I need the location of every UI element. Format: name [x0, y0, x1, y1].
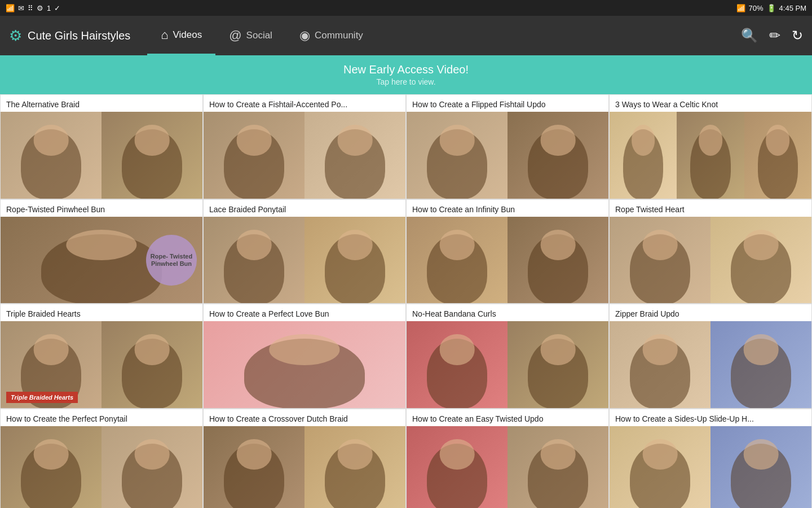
- thumbnail-placeholder: [407, 217, 508, 304]
- grid-item[interactable]: Rope-Twisted Pinwheel BunRope- Twisted P…: [0, 199, 203, 304]
- face-silhouette: [337, 125, 373, 155]
- thumbnail-placeholder: [1, 426, 102, 508]
- grid-item[interactable]: How to Create a Perfect Love Bun: [203, 304, 406, 409]
- thumbnail-placeholder: [407, 426, 508, 508]
- thumbnail-placeholder: [744, 112, 811, 199]
- face-silhouette: [699, 125, 722, 155]
- thumbnail-placeholder: [102, 426, 202, 508]
- battery-level: 70%: [749, 4, 764, 12]
- clock: 4:45 PM: [779, 4, 806, 12]
- oval-label: Rope- Twisted Pinwheel Bun: [146, 235, 197, 286]
- refresh-button[interactable]: ↻: [792, 28, 803, 43]
- video-title: How to Create an Infinity Bun: [407, 200, 608, 217]
- thumbnail-placeholder: [710, 321, 811, 408]
- face-silhouette: [439, 334, 475, 365]
- tab-videos[interactable]: ⌂ Videos: [147, 16, 215, 55]
- video-title: No-Heat Bandana Curls: [407, 304, 608, 321]
- grid-item[interactable]: No-Heat Bandana Curls: [406, 304, 609, 409]
- thumbnail-placeholder: [102, 112, 202, 199]
- face-silhouette: [439, 439, 475, 470]
- status-bar: 📶 ✉ ⠿ ⚙ 1 ✓ 📶 70% 🔋 4:45 PM: [0, 0, 812, 16]
- face-silhouette: [134, 334, 170, 365]
- status-icon-check: ✓: [54, 4, 60, 12]
- tab-videos-label: Videos: [173, 29, 202, 41]
- video-thumbnails: [407, 217, 608, 304]
- face-silhouette: [540, 334, 576, 365]
- thumbnail-placeholder: [508, 321, 608, 408]
- face-silhouette: [766, 125, 789, 155]
- community-icon: ◉: [299, 28, 310, 43]
- grid-item[interactable]: How to Create the Perfect Ponytail: [0, 409, 203, 509]
- grid-item[interactable]: How to Create a Sides-Up Slide-Up H...: [609, 409, 812, 509]
- thumbnail-placeholder: [610, 321, 710, 408]
- grid-item[interactable]: The Alternative Braid: [0, 94, 203, 199]
- thumbnail-placeholder: [508, 426, 608, 508]
- face-silhouette: [540, 439, 576, 470]
- face-silhouette: [33, 125, 69, 155]
- grid-item[interactable]: Zipper Braid Updo: [609, 304, 812, 409]
- video-thumbnails: [1, 426, 202, 508]
- thumbnail-placeholder: [610, 217, 710, 304]
- tab-community-label: Community: [315, 30, 363, 41]
- grid-item[interactable]: 3 Ways to Wear a Celtic Knot: [609, 94, 812, 199]
- grid-item[interactable]: How to Create a Flipped Fishtail Updo: [406, 94, 609, 199]
- video-title: Rope Twisted Heart: [610, 200, 811, 217]
- video-title: Triple Braided Hearts: [1, 304, 202, 321]
- grid-item[interactable]: How to Create an Easy Twisted Updo: [406, 409, 609, 509]
- face-silhouette: [337, 230, 373, 260]
- grid-item[interactable]: Lace Braided Ponytail: [203, 199, 406, 304]
- video-thumbnails: [610, 217, 811, 304]
- home-icon: ⌂: [161, 28, 168, 42]
- tab-community[interactable]: ◉ Community: [286, 16, 377, 55]
- status-icon-settings: ⚙: [37, 4, 43, 12]
- face-silhouette: [743, 230, 779, 260]
- thumbnail-placeholder: [204, 112, 304, 199]
- grid-item[interactable]: Rope Twisted Heart: [609, 199, 812, 304]
- tab-social[interactable]: @ Social: [215, 16, 286, 55]
- status-icon-1: 1: [47, 4, 51, 12]
- thumbnail-placeholder: [204, 321, 405, 408]
- video-title: How to Create an Easy Twisted Updo: [407, 409, 608, 426]
- face-silhouette: [134, 439, 170, 470]
- status-icon-mail: ✉: [18, 4, 24, 12]
- video-thumbnails: [610, 112, 811, 199]
- video-title: The Alternative Braid: [1, 95, 202, 112]
- grid-item[interactable]: How to Create an Infinity Bun: [406, 199, 609, 304]
- face-silhouette: [632, 125, 655, 155]
- face-silhouette: [642, 334, 678, 365]
- face-silhouette: [337, 439, 373, 470]
- face-silhouette: [33, 439, 69, 470]
- thumbnail-placeholder: [304, 217, 405, 304]
- grid-item[interactable]: How to Create a Crossover Dutch Braid: [203, 409, 406, 509]
- video-title: How to Create a Perfect Love Bun: [204, 304, 405, 321]
- nav-tabs: ⌂ Videos @ Social ◉ Community: [147, 16, 741, 55]
- nav-actions: 🔍 ✏ ↻: [741, 28, 803, 43]
- grid-item[interactable]: Triple Braided HeartsTriple Braided Hear…: [0, 304, 203, 409]
- banner-subtitle: Tap here to view.: [0, 77, 812, 86]
- face-silhouette: [743, 439, 779, 470]
- thumbnail-placeholder: [508, 112, 608, 199]
- video-thumbnails: Rope- Twisted Pinwheel Bun: [1, 217, 202, 304]
- battery-icon: 🔋: [767, 4, 776, 12]
- video-thumbnails: [204, 426, 405, 508]
- face-silhouette: [439, 230, 475, 260]
- face-silhouette: [743, 334, 779, 365]
- thumbnail-placeholder: [204, 217, 304, 304]
- video-title: Lace Braided Ponytail: [204, 200, 405, 217]
- tab-social-label: Social: [246, 30, 272, 41]
- search-button[interactable]: 🔍: [741, 28, 758, 43]
- thumbnail-placeholder: [508, 217, 608, 304]
- brand-name: Cute Girls Hairstyles: [28, 29, 130, 42]
- video-title: How to Create a Fishtail-Accented Po...: [204, 95, 405, 112]
- thumbnail-placeholder: [102, 321, 202, 408]
- face-silhouette: [134, 125, 170, 155]
- status-left-icons: 📶 ✉ ⠿ ⚙ 1 ✓: [6, 4, 60, 12]
- banner[interactable]: New Early Access Video! Tap here to view…: [0, 55, 812, 94]
- edit-button[interactable]: ✏: [769, 28, 780, 43]
- video-title: Rope-Twisted Pinwheel Bun: [1, 200, 202, 217]
- grid-item[interactable]: How to Create a Fishtail-Accented Po...: [203, 94, 406, 199]
- video-thumbnails: [407, 321, 608, 408]
- video-title: How to Create a Crossover Dutch Braid: [204, 409, 405, 426]
- status-icon-wifi: 📶: [6, 4, 15, 12]
- thumbnail-placeholder: [677, 112, 744, 199]
